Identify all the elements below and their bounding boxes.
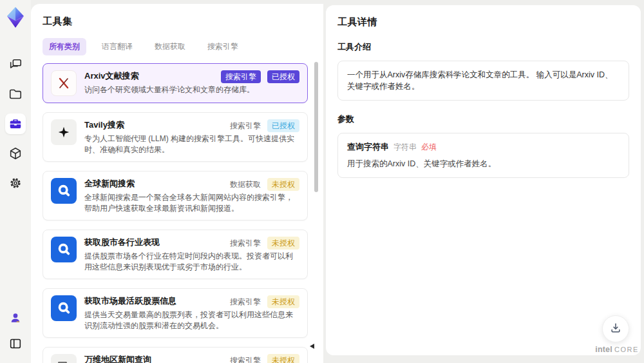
intro-heading: 工具介绍 — [337, 41, 641, 53]
tool-card-tavily[interactable]: Tavily搜索 专为人工智能代理 (LLM) 构建的搜索引擎工具。可快速提供实… — [43, 112, 308, 162]
tool-description: 提供当天交易量最高的股票列表，投资者可以利用这些信息来识别流动性强的股票和潜在的… — [84, 309, 299, 331]
scrollbar[interactable] — [314, 61, 318, 358]
tab-data-fetching[interactable]: 数据获取 — [148, 38, 192, 55]
auth-badge: 已授权 — [267, 70, 299, 83]
tool-card-sector-performance[interactable]: 获取股市各行业表现 提供股票市场各个行业在特定时间段内的表现。投资者可以利用这些… — [43, 230, 308, 279]
download-button[interactable] — [602, 315, 629, 342]
auth-badge: 未授权 — [267, 178, 299, 191]
tool-tags: 搜索引擎 未授权 — [230, 237, 299, 250]
auth-badge: 已授权 — [267, 119, 299, 132]
tab-all-categories[interactable]: 所有类别 — [43, 38, 86, 55]
tools-panel: 工具集 所有类别 语言翻译 数据获取 搜索引擎 Arxiv文献搜索 访问各个研究… — [31, 4, 323, 363]
tool-tags: 搜索引擎 已授权 — [221, 70, 299, 83]
tool-card-arxiv[interactable]: Arxiv文献搜索 访问各个研究领域大量科学论文和文章的存储库。 搜索引擎 已授… — [43, 63, 308, 103]
sidebar-item-chat[interactable] — [5, 54, 26, 75]
tool-list: Arxiv文献搜索 访问各个研究领域大量科学论文和文章的存储库。 搜索引擎 已授… — [43, 63, 308, 363]
tool-detail-panel: 工具详情 工具介绍 一个用于从Arxiv存储库搜索科学论文和文章的工具。 输入可… — [326, 5, 641, 355]
category-tag: 搜索引擎 — [230, 355, 261, 363]
briefcase-icon — [8, 117, 23, 131]
param-description: 用于搜索的Arxiv ID、关键字或作者姓名。 — [347, 158, 620, 170]
tool-card-global-news[interactable]: 全球新闻搜索 全球新闻搜索是一个聚合全球各大新闻网站内容的搜索引擎，帮助用户快速… — [43, 171, 308, 221]
app-window: 工具集 所有类别 语言翻译 数据获取 搜索引擎 Arxiv文献搜索 访问各个研究… — [0, 0, 644, 363]
tool-tags: 搜索引擎 未授权 — [230, 354, 299, 363]
download-icon — [609, 322, 622, 337]
tool-card-regional-news[interactable]: 万维地区新闻查询 查询具体行政区划内的新闻，快速了解各地新闻动 搜索引擎 未授权 — [43, 347, 308, 363]
param-header: 查询字符串 字符串 必填 — [347, 141, 620, 153]
category-tag: 搜索引擎 — [230, 238, 261, 249]
tool-tags: 搜索引擎 已授权 — [230, 119, 299, 132]
collapse-sidebar-button[interactable] — [5, 333, 26, 354]
auth-badge: 未授权 — [267, 237, 299, 250]
collapse-arrow-icon[interactable] — [310, 344, 314, 349]
user-icon — [9, 311, 22, 324]
scrollbar-thumb[interactable] — [314, 62, 318, 192]
sidebar-item-settings[interactable] — [5, 173, 26, 193]
search-icon — [51, 295, 77, 321]
sidebar-item-tools[interactable] — [5, 113, 26, 134]
category-tag: 搜索引擎 — [221, 70, 261, 83]
sidebar-item-files[interactable] — [5, 84, 26, 104]
core-wordmark: CORE — [614, 346, 639, 353]
tool-tags: 搜索引擎 未授权 — [230, 295, 299, 308]
tool-description: 访问各个研究领域大量科学论文和文章的存储库。 — [84, 84, 299, 95]
search-icon — [51, 178, 77, 204]
tavily-star-icon — [51, 119, 77, 145]
sidebar-bottom — [5, 308, 26, 354]
tool-tags: 数据获取 未授权 — [230, 178, 299, 191]
tab-language-translation[interactable]: 语言翻译 — [95, 38, 139, 55]
tool-description: 专为人工智能代理 (LLM) 构建的搜索引擎工具。可快速提供实时、准确和真实的结… — [84, 133, 299, 155]
app-logo-icon[interactable] — [5, 6, 26, 28]
chat-icon — [8, 57, 23, 72]
sidebar-nav — [5, 54, 26, 193]
cube-icon — [8, 146, 23, 161]
intel-core-logo: intelCORE — [594, 343, 640, 355]
arxiv-icon — [51, 70, 77, 96]
tab-search-engine[interactable]: 搜索引擎 — [201, 38, 245, 55]
param-type: 字符串 — [393, 141, 417, 153]
intel-wordmark: intel — [595, 345, 612, 354]
tool-description: 全球新闻搜索是一个聚合全球各大新闻网站内容的搜索引擎，帮助用户快速获取全球最新资… — [84, 192, 299, 213]
params-heading: 参数 — [337, 113, 641, 125]
page-title: 工具集 — [31, 4, 323, 28]
sidebar-item-packages[interactable] — [5, 143, 26, 164]
user-avatar-button[interactable] — [5, 308, 26, 328]
category-tag: 数据获取 — [230, 179, 261, 190]
newspaper-icon — [51, 354, 77, 363]
tool-card-active-stocks[interactable]: 获取市场最活跃股票信息 提供当天交易量最高的股票列表，投资者可以利用这些信息来识… — [43, 288, 308, 338]
auth-badge: 未授权 — [267, 354, 299, 363]
category-tag: 搜索引擎 — [230, 121, 261, 132]
param-required-badge: 必填 — [421, 141, 437, 153]
category-tabs: 所有类别 语言翻译 数据获取 搜索引擎 — [31, 28, 323, 55]
search-icon — [51, 237, 77, 262]
param-name: 查询字符串 — [347, 141, 389, 153]
gear-icon — [8, 176, 23, 190]
param-card: 查询字符串 字符串 必填 用于搜索的Arxiv ID、关键字或作者姓名。 — [337, 133, 629, 178]
detail-title: 工具详情 — [326, 5, 641, 28]
panel-toggle-icon — [8, 337, 23, 351]
tool-intro-text: 一个用于从Arxiv存储库搜索科学论文和文章的工具。 输入可以是Arxiv ID… — [337, 61, 629, 101]
category-tag: 搜索引擎 — [230, 297, 261, 308]
auth-badge: 未授权 — [267, 295, 299, 308]
sidebar — [0, 0, 31, 363]
folder-icon — [8, 87, 23, 101]
tool-description: 提供股票市场各个行业在特定时间段内的表现。投资者可以利用这些信息来识别表现优于或… — [84, 251, 299, 272]
